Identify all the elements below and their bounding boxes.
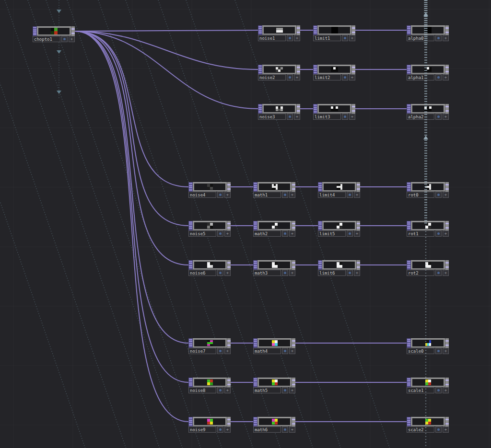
node-add-button[interactable]: + xyxy=(443,270,449,276)
node-viewer[interactable] xyxy=(194,262,225,268)
input-connector[interactable] xyxy=(407,104,411,114)
input-connector[interactable] xyxy=(188,378,193,387)
node-frame[interactable] xyxy=(262,65,296,74)
input-connector[interactable] xyxy=(188,260,193,270)
node-name-field[interactable]: rot2 xyxy=(407,270,434,276)
input-connector[interactable] xyxy=(33,26,37,36)
node-add-button[interactable]: + xyxy=(354,192,360,198)
output-connector[interactable] xyxy=(445,104,449,114)
node-flag-button[interactable] xyxy=(342,35,348,41)
node-noise5[interactable]: noise5 + xyxy=(188,221,231,230)
node-viewer[interactable] xyxy=(412,105,444,112)
node-add-button[interactable]: + xyxy=(354,230,360,237)
output-connector[interactable] xyxy=(351,104,355,114)
node-viewer[interactable] xyxy=(324,262,355,268)
output-connector[interactable] xyxy=(445,182,449,192)
input-connector[interactable] xyxy=(253,417,257,426)
output-connector[interactable] xyxy=(227,417,231,426)
node-add-button[interactable]: + xyxy=(224,230,231,237)
node-name-field[interactable]: noise1 xyxy=(258,35,286,41)
node-viewer[interactable] xyxy=(412,184,444,190)
node-add-button[interactable]: + xyxy=(443,426,449,433)
output-connector[interactable] xyxy=(296,25,300,35)
node-name-field[interactable]: math3 xyxy=(253,270,281,276)
node-flag-button[interactable] xyxy=(435,74,442,80)
node-frame[interactable] xyxy=(322,221,356,230)
input-connector[interactable] xyxy=(318,182,322,192)
node-flag-button[interactable] xyxy=(435,192,442,198)
node-add-button[interactable]: + xyxy=(224,426,231,433)
node-flag-button[interactable] xyxy=(287,114,293,120)
node-flag-button[interactable] xyxy=(347,230,353,237)
node-name-field[interactable]: noise7 xyxy=(188,348,216,354)
output-connector[interactable] xyxy=(445,221,449,230)
node-flag-button[interactable] xyxy=(347,192,353,198)
node-viewer[interactable] xyxy=(259,222,290,229)
node-scale1[interactable]: scale1 + xyxy=(407,378,449,387)
node-viewer[interactable] xyxy=(412,418,444,425)
output-connector[interactable] xyxy=(296,65,300,74)
node-frame[interactable] xyxy=(262,25,296,35)
node-flag-button[interactable] xyxy=(217,192,223,198)
node-math6[interactable]: math6 + xyxy=(253,417,295,426)
node-frame[interactable] xyxy=(193,417,227,426)
node-limit1[interactable]: limit1 + xyxy=(313,25,355,35)
node-name-field[interactable]: alpha1 xyxy=(407,74,434,80)
node-frame[interactable] xyxy=(322,182,356,192)
node-frame[interactable] xyxy=(257,378,292,387)
node-flag-button[interactable] xyxy=(61,36,68,42)
node-math3[interactable]: math3 + xyxy=(253,260,295,270)
node-flag-button[interactable] xyxy=(435,114,442,120)
node-name-field[interactable]: noise4 xyxy=(188,192,216,198)
input-connector[interactable] xyxy=(253,182,257,192)
node-frame[interactable] xyxy=(411,378,445,387)
wire-chopto1-to-noise1[interactable] xyxy=(75,30,258,31)
node-name-field[interactable]: limit1 xyxy=(313,35,341,41)
node-frame[interactable] xyxy=(193,260,227,270)
node-add-button[interactable]: + xyxy=(443,74,449,80)
input-connector[interactable] xyxy=(407,417,411,426)
node-frame[interactable] xyxy=(411,25,445,35)
node-viewer[interactable] xyxy=(259,340,290,346)
node-frame[interactable] xyxy=(411,221,445,230)
output-connector[interactable] xyxy=(356,182,360,192)
node-viewer[interactable] xyxy=(412,222,444,229)
input-connector[interactable] xyxy=(318,221,322,230)
node-viewer[interactable] xyxy=(259,418,290,425)
node-rot2[interactable]: rot2 + xyxy=(407,260,449,270)
node-name-field[interactable]: limit3 xyxy=(313,114,341,120)
node-limit2[interactable]: limit2 + xyxy=(313,65,355,74)
network-editor-canvas[interactable]: chopto1 + noise1 + xyxy=(0,0,491,448)
node-viewer[interactable] xyxy=(319,66,350,73)
node-frame[interactable] xyxy=(257,182,292,192)
input-connector[interactable] xyxy=(318,260,322,270)
node-rot0[interactable]: rot0 + xyxy=(407,182,449,192)
output-connector[interactable] xyxy=(445,65,449,74)
node-flag-button[interactable] xyxy=(217,387,223,393)
input-connector[interactable] xyxy=(253,378,257,387)
node-flag-button[interactable] xyxy=(435,387,442,393)
input-connector[interactable] xyxy=(188,338,193,348)
node-flag-button[interactable] xyxy=(287,35,293,41)
input-connector[interactable] xyxy=(407,25,411,35)
node-name-field[interactable]: scale0 xyxy=(407,348,434,354)
output-connector[interactable] xyxy=(227,221,231,230)
output-connector[interactable] xyxy=(356,260,360,270)
node-name-field[interactable]: chopto1 xyxy=(33,36,60,42)
node-viewer[interactable] xyxy=(259,379,290,386)
node-chopto1[interactable]: chopto1 + xyxy=(33,26,75,36)
node-add-button[interactable]: + xyxy=(69,36,75,42)
node-name-field[interactable]: rot1 xyxy=(407,230,434,237)
node-flag-button[interactable] xyxy=(282,230,288,237)
wire-chopto1-to-noise4[interactable] xyxy=(75,31,188,187)
node-alpha0[interactable]: alpha0 + xyxy=(407,25,449,35)
output-connector[interactable] xyxy=(292,221,295,230)
output-connector[interactable] xyxy=(227,260,231,270)
node-frame[interactable] xyxy=(411,65,445,74)
node-name-field[interactable]: scale1 xyxy=(407,387,434,393)
node-viewer[interactable] xyxy=(319,105,350,112)
node-add-button[interactable]: + xyxy=(354,270,360,276)
node-name-field[interactable]: scale2 xyxy=(407,426,434,433)
node-add-button[interactable]: + xyxy=(289,387,295,393)
node-frame[interactable] xyxy=(411,260,445,270)
